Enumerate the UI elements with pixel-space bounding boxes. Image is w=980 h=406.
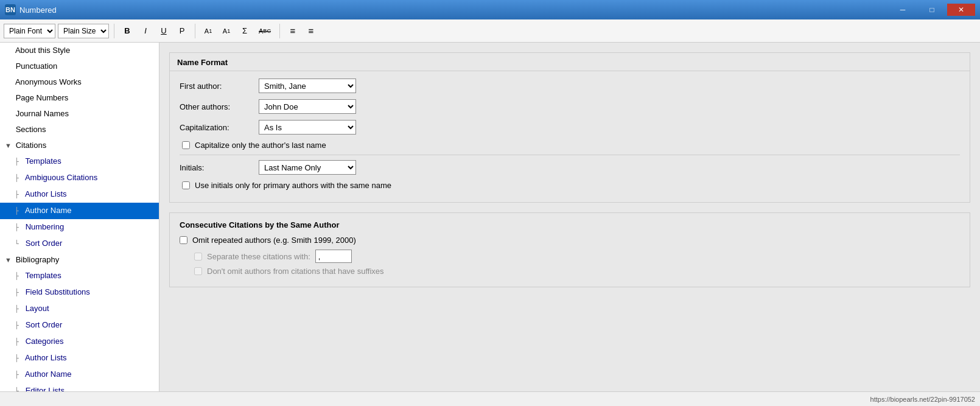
name-format-body: First author: Smith, Jane Jane Smith Smi… [170,71,970,202]
dont-omit-label: Don't omit authors from citations that h… [207,267,384,276]
maximize-button[interactable]: □ [918,4,946,16]
toolbar-separator-2 [195,24,195,38]
connector-icon: ├ [15,270,22,282]
name-format-title: Name Format [170,53,970,71]
sidebar-item-citations[interactable]: ▼ Citations [0,138,159,153]
minimize-button[interactable]: ─ [889,4,917,16]
italic-button[interactable]: I [138,24,153,38]
omit-repeated-label: Omit repeated authors (e.g. Smith 1999, … [192,236,356,245]
citations-expand-icon: ▼ [5,139,12,152]
capitalize-last-name-label: Capitalize only the author's last name [195,141,326,150]
dont-omit-row: Don't omit authors from citations that h… [180,267,960,276]
sidebar-item-bib-author-name[interactable]: ├ Author Name [0,366,159,383]
window-title: Numbered [19,5,57,15]
omit-repeated-row: Omit repeated authors (e.g. Smith 1999, … [180,236,960,245]
connector-icon: ├ [15,352,22,365]
first-author-label: First author: [180,82,259,91]
sidebar-item-punctuation[interactable]: Punctuation [0,58,159,74]
capitalize-last-name-checkbox[interactable] [182,141,190,149]
name-format-section: Name Format First author: Smith, Jane Ja… [169,52,970,203]
bibliography-expand-icon: ▼ [5,254,12,266]
use-initials-checkbox[interactable] [182,181,190,189]
sidebar-item-sections[interactable]: Sections [0,122,159,138]
toolbar-separator-1 [114,24,114,38]
dont-omit-checkbox[interactable] [194,267,202,275]
first-author-row: First author: Smith, Jane Jane Smith Smi… [180,79,960,93]
sidebar-item-bib-layout[interactable]: ├ Layout [0,301,159,317]
capitalization-select[interactable]: As Is All Caps Small Caps [259,120,356,135]
use-initials-row: Use initials only for primary authors wi… [180,181,960,190]
omit-repeated-checkbox[interactable] [180,236,187,244]
font-dropdown[interactable]: Plain Font [4,24,55,38]
other-authors-row: Other authors: John Doe Doe, John Doe J [180,99,960,114]
separate-with-input[interactable] [315,250,352,263]
capitalize-last-name-row: Capitalize only the author's last name [180,141,960,150]
sidebar-item-bib-categories[interactable]: ├ Categories [0,334,159,350]
size-dropdown[interactable]: Plain Size [58,24,109,38]
connector-icon: ├ [15,156,22,168]
capitalization-row: Capitalization: As Is All Caps Small Cap… [180,120,960,135]
sidebar-item-bib-author-lists[interactable]: ├ Author Lists [0,350,159,366]
connector-icon: ├ [15,222,22,234]
connector-icon: ├ [15,172,22,184]
section-divider-2 [180,155,960,155]
subscript-button[interactable]: A1 [219,24,234,38]
connector-icon: ├ [15,205,22,217]
status-bar: https://biopearls.net/22pin-9917052 [0,391,980,406]
initials-row: Initials: Last Name Only First Name Only… [180,160,960,175]
sidebar: About this Style Punctuation Anonymous W… [0,43,159,391]
sidebar-item-page-numbers[interactable]: Page Numbers [0,90,159,106]
sigma-button[interactable]: Σ [237,24,253,38]
separate-with-label: Separate these citations with: [207,252,310,261]
connector-icon: └ [15,238,22,250]
sidebar-item-anonymous[interactable]: Anonymous Works [0,74,159,90]
consecutive-citations-body: Consecutive Citations by the Same Author… [170,213,970,287]
superscript-button[interactable]: A1 [200,24,216,38]
sidebar-item-cit-numbering[interactable]: ├ Numbering [0,219,159,236]
initials-label: Initials: [180,163,259,172]
sidebar-item-cit-ambiguous[interactable]: ├ Ambiguous Citations [0,170,159,186]
sidebar-item-cit-sort-order[interactable]: └ Sort Order [0,236,159,252]
sidebar-item-about[interactable]: About this Style [0,43,159,58]
other-authors-label: Other authors: [180,102,259,111]
content-panel: Name Format First author: Smith, Jane Ja… [159,43,980,391]
other-authors-select[interactable]: John Doe Doe, John Doe J [259,99,356,114]
align-left-button[interactable]: ≡ [285,24,301,38]
connector-icon: ├ [15,303,22,315]
main-layout: About this Style Punctuation Anonymous W… [0,43,980,391]
sidebar-item-bib-field-sub[interactable]: ├ Field Substitutions [0,284,159,301]
separate-with-checkbox[interactable] [194,253,202,261]
connector-icon: ├ [15,189,22,201]
toolbar: Plain Font Plain Size B I U P A1 A1 Σ AB… [0,19,980,43]
use-initials-label: Use initials only for primary authors wi… [195,181,391,190]
sidebar-item-bib-editor-lists[interactable]: ├ Editor Lists [0,383,159,391]
connector-icon: ├ [15,287,22,299]
window-controls: ─ □ ✕ [889,4,975,16]
toolbar-separator-3 [279,24,280,38]
title-bar: BN Numbered ─ □ ✕ [0,0,980,19]
first-author-select[interactable]: Smith, Jane Jane Smith Smith J [259,79,356,93]
consecutive-citations-title: Consecutive Citations by the Same Author [180,220,960,229]
consecutive-citations-section: Consecutive Citations by the Same Author… [169,212,970,287]
plain-button[interactable]: P [174,24,190,38]
sidebar-item-bib-templates[interactable]: ├ Templates [0,268,159,284]
sidebar-item-cit-templates[interactable]: ├ Templates [0,153,159,170]
app-icon: BN [5,4,16,15]
connector-icon: ├ [15,336,22,348]
abc-button[interactable]: ABC [255,24,275,38]
sidebar-item-bib-sort-order[interactable]: ├ Sort Order [0,317,159,334]
connector-icon: ├ [15,385,22,391]
sidebar-item-journal-names[interactable]: Journal Names [0,106,159,122]
sidebar-item-cit-author-lists[interactable]: ├ Author Lists [0,186,159,203]
underline-button[interactable]: U [156,24,172,38]
sidebar-item-bibliography[interactable]: ▼ Bibliography [0,252,159,268]
bold-button[interactable]: B [119,24,135,38]
title-bar-left: BN Numbered [5,4,57,15]
connector-icon: ├ [15,369,22,381]
separate-with-row: Separate these citations with: [180,250,960,263]
initials-select[interactable]: Last Name Only First Name Only Both None [259,160,356,175]
sidebar-item-cit-author-name[interactable]: ├ Author Name [0,203,159,219]
align-justify-button[interactable]: ≡ [303,24,319,38]
close-button[interactable]: ✕ [947,4,975,16]
status-text: https://biopearls.net/22pin-9917052 [870,396,975,403]
